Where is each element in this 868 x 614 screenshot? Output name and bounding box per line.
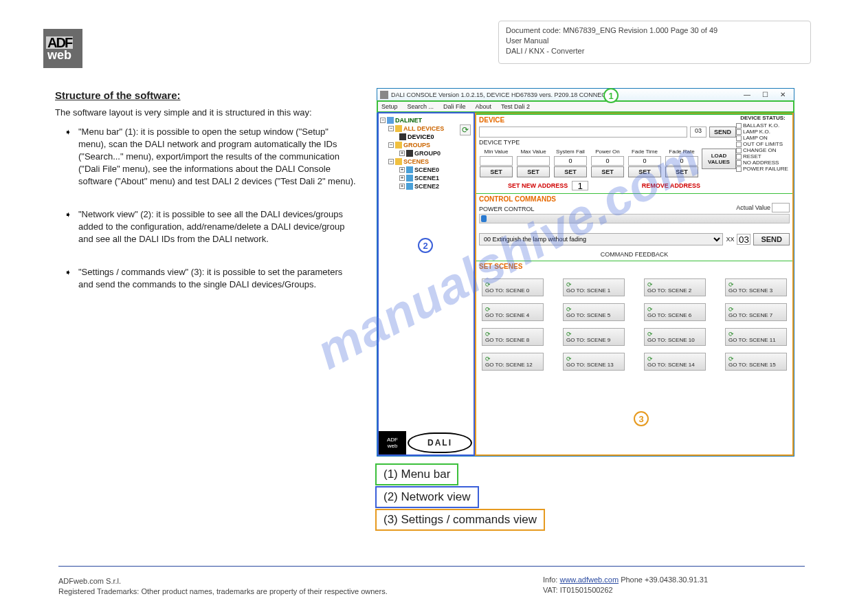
status-checkbox [736, 160, 742, 166]
footer-phone: Phone +39.0438.30.91.31 [621, 575, 708, 584]
tree-group0[interactable]: +GROUP0 [380, 149, 472, 157]
callout-2: 2 [418, 238, 433, 253]
power-on-input[interactable] [591, 156, 624, 166]
titlebar: DALI CONSOLE Version 1.0.2.15, DEVICE HD… [377, 89, 794, 101]
system-fail-input[interactable] [554, 156, 587, 166]
set-button[interactable]: SET [628, 166, 661, 177]
device-select[interactable] [479, 127, 687, 138]
param-fade-rate: Fade Rate SET [665, 149, 699, 177]
scenes-panel: ⟳GO TO: SCENE 0 ⟳GO TO: SCENE 1 ⟳GO TO: … [476, 272, 792, 377]
logo-line1: ADF [46, 36, 73, 49]
window-title: DALI CONSOLE Version 1.0.2.15, DEVICE HD… [391, 91, 739, 98]
footer-website-link[interactable]: www.adfweb.com [559, 575, 619, 584]
power-slider[interactable] [479, 214, 790, 223]
close-button[interactable]: ✕ [775, 90, 791, 100]
control-panel: Actual Value POWER CONTROL 00 Extinguish… [476, 204, 792, 261]
refresh-icon: ⟳ [485, 282, 491, 287]
refresh-icon: ⟳ [728, 356, 734, 362]
actual-value-input[interactable] [772, 203, 790, 212]
refresh-icon: ⟳ [647, 331, 653, 337]
app-icon [380, 91, 388, 99]
scene-button[interactable]: ⟳GO TO: SCENE 14 [644, 353, 706, 371]
menu-search[interactable]: Search ... [408, 103, 434, 110]
menu-about[interactable]: About [476, 103, 492, 110]
fade-time-input[interactable] [628, 156, 661, 166]
scene-button[interactable]: ⟳GO TO: SCENE 12 [482, 353, 544, 371]
scene-button[interactable]: ⟳GO TO: SCENE 13 [563, 353, 625, 371]
description-column: Structure of the software: The software … [55, 89, 357, 311]
list-item: "Network view" (2): it is possible to se… [55, 208, 357, 245]
menu-setup[interactable]: Setup [381, 103, 398, 110]
set-button[interactable]: SET [480, 166, 513, 177]
scene-button[interactable]: ⟳GO TO: SCENE 9 [563, 328, 625, 346]
tree-scene2[interactable]: +SCENE2 [380, 182, 472, 190]
scene-button[interactable]: ⟳GO TO: SCENE 8 [482, 328, 544, 346]
doc-meta-box: Document code: MN67839_ENG Revision 1.00… [498, 21, 811, 64]
slider-thumb-icon[interactable] [481, 215, 487, 222]
app-window: DALI CONSOLE Version 1.0.2.15, DEVICE HD… [377, 88, 794, 457]
refresh-icon: ⟳ [728, 307, 734, 312]
tree-scenes[interactable]: −SCENES [380, 157, 472, 166]
scene-button[interactable]: ⟳GO TO: SCENE 0 [482, 278, 544, 296]
menu-test-dali2[interactable]: Test Dali 2 [501, 103, 530, 110]
device-addr-field[interactable]: 03 [690, 127, 706, 138]
tree-root[interactable]: −DALINET [380, 116, 472, 124]
scene-button[interactable]: ⟳GO TO: SCENE 4 [482, 303, 544, 321]
command-dropdown[interactable]: 00 Extinguish the lamp without fading [479, 233, 723, 245]
tree-groups[interactable]: −GROUPS [380, 141, 472, 149]
refresh-icon: ⟳ [566, 282, 572, 287]
device-send-button[interactable]: SEND [709, 127, 736, 138]
scene-button[interactable]: ⟳GO TO: SCENE 6 [644, 303, 706, 321]
xx-input[interactable] [737, 234, 750, 245]
refresh-icon: ⟳ [566, 356, 572, 362]
device-status-panel: DEVICE STATUS: BALLAST K.O. LAMP K.O. LA… [736, 115, 790, 172]
refresh-icon[interactable]: ⟳ [460, 124, 471, 135]
scene-button[interactable]: ⟳GO TO: SCENE 11 [725, 328, 787, 346]
scene-button[interactable]: ⟳GO TO: SCENE 1 [563, 278, 625, 296]
command-send-button[interactable]: SEND [753, 233, 790, 245]
brand-logo: ADF web [43, 29, 82, 68]
tree-scene0[interactable]: +SCENE0 [380, 166, 472, 174]
scene-button[interactable]: ⟳GO TO: SCENE 15 [725, 353, 787, 371]
new-address-input[interactable] [572, 181, 588, 190]
legend-settings-view: (3) Settings / commands view [375, 509, 545, 531]
status-checkbox [736, 148, 742, 153]
device-type-label: DEVICE TYPE [479, 139, 736, 146]
section-title: Structure of the software: [55, 89, 357, 101]
remove-address-label[interactable]: REMOVE ADDRESS [642, 182, 735, 189]
param-max-value: Max Value SET [516, 149, 550, 177]
set-new-address-label[interactable]: SET NEW ADDRESS [480, 182, 568, 189]
scene-button[interactable]: ⟳GO TO: SCENE 10 [644, 328, 706, 346]
minimize-button[interactable]: — [739, 90, 755, 100]
scene-button[interactable]: ⟳GO TO: SCENE 5 [563, 303, 625, 321]
param-system-fail: System Fail SET [553, 149, 588, 177]
section-list: "Menu bar" (1): it is possible to open t… [55, 126, 357, 291]
status-checkbox [736, 135, 742, 141]
param-min-value: Min Value SET [479, 149, 513, 177]
status-checkbox [736, 166, 742, 172]
footer-vat: VAT: IT01501500262 [543, 586, 613, 594]
tree-all-devices[interactable]: −ALL DEVICES [380, 124, 472, 133]
set-button[interactable]: SET [517, 166, 550, 177]
param-power-on: Power On SET [590, 149, 625, 177]
fade-rate-input[interactable] [665, 156, 698, 166]
refresh-icon: ⟳ [485, 356, 491, 362]
scene-button[interactable]: ⟳GO TO: SCENE 7 [725, 303, 787, 321]
refresh-icon: ⟳ [647, 307, 653, 312]
refresh-icon: ⟳ [485, 307, 491, 312]
set-button[interactable]: SET [665, 166, 698, 177]
scene-button[interactable]: ⟳GO TO: SCENE 3 [725, 278, 787, 296]
maximize-button[interactable]: ☐ [757, 90, 773, 100]
load-values-button[interactable]: LOAD VALUES [702, 149, 736, 169]
scenes-grid: ⟳GO TO: SCENE 0 ⟳GO TO: SCENE 1 ⟳GO TO: … [479, 274, 790, 375]
footer-info-label: Info: [543, 575, 557, 584]
set-button[interactable]: SET [591, 166, 624, 177]
max-value-input[interactable] [517, 156, 550, 166]
menu-dali-file[interactable]: Dali File [443, 103, 466, 110]
min-value-input[interactable] [480, 156, 513, 166]
set-button[interactable]: SET [554, 166, 587, 177]
tree-device0[interactable]: DEVICE0 [380, 133, 472, 141]
scene-button[interactable]: ⟳GO TO: SCENE 2 [644, 278, 706, 296]
tree-scene1[interactable]: +SCENE1 [380, 174, 472, 182]
list-item: "Settings / commands view" (3): it is po… [55, 266, 357, 291]
